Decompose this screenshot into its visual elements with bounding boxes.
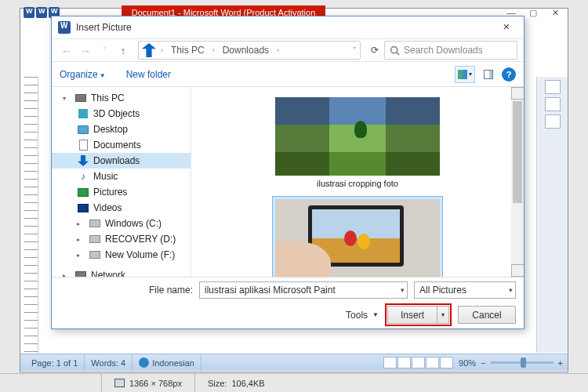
tree-documents[interactable]: Documents — [52, 137, 191, 153]
view-print-layout[interactable] — [383, 357, 397, 368]
zoom-slider[interactable] — [491, 361, 554, 364]
tree-videos[interactable]: Videos — [52, 200, 191, 216]
monitor-icon — [114, 379, 125, 387]
forward-button[interactable]: → — [77, 44, 94, 57]
address-dropdown[interactable]: ˅ — [353, 46, 357, 54]
tree-desktop[interactable]: Desktop — [52, 122, 191, 137]
close-button[interactable]: × — [491, 17, 522, 38]
image-info-footer: 1366 × 768px Size:106,4KB — [0, 373, 588, 392]
up-button[interactable]: ↑ — [114, 45, 132, 56]
insert-split-button[interactable]: ▾ — [437, 306, 449, 324]
svg-line-1 — [397, 52, 399, 54]
dialog-footer: File name: ilustrasi aplikasi Microsoft … — [52, 277, 524, 328]
thumbnail-image — [275, 97, 440, 176]
crumb-this-pc[interactable]: This PC — [168, 45, 208, 56]
word-icon — [58, 21, 71, 34]
tree-3d-objects[interactable]: 3D Objects — [52, 106, 191, 122]
refresh-button[interactable]: ⟳ — [367, 45, 383, 56]
tools-menu[interactable]: Tools▼ — [346, 310, 379, 321]
tree-pictures[interactable]: Pictures — [52, 184, 191, 200]
status-zoom-value[interactable]: 90% — [459, 358, 476, 368]
tree-windows-c[interactable]: ▸Windows (C:) — [52, 216, 191, 231]
address-bar[interactable]: › This PC › Downloads › ˅ — [138, 41, 361, 60]
view-outline[interactable] — [426, 357, 439, 368]
file-thumbnails-area[interactable]: ilustrasi cropping foto ilustrasi aplika… — [191, 87, 524, 277]
organize-menu[interactable]: Organize▼ — [60, 69, 106, 80]
crumb-downloads[interactable]: Downloads — [220, 45, 272, 56]
filename-label: File name: — [60, 285, 193, 296]
folder-tree[interactable]: ▾This PC 3D Objects Desktop Documents Do… — [52, 87, 191, 277]
recent-dropdown[interactable]: ˅ — [96, 46, 113, 54]
status-page[interactable]: Page: 1 of 1 — [25, 354, 85, 371]
insert-button[interactable]: Insert — [387, 306, 437, 324]
insert-picture-dialog: Insert Picture × ← → ˅ ↑ › This PC › Dow… — [51, 16, 524, 329]
chevron-right-icon: › — [211, 46, 216, 54]
help-button[interactable]: ? — [502, 67, 516, 82]
scroll-down-button[interactable]: ▾ — [511, 264, 524, 277]
search-icon — [390, 45, 400, 56]
scroll-thumb[interactable] — [513, 101, 522, 203]
tree-downloads[interactable]: Downloads — [52, 153, 191, 169]
nav-row: ← → ˅ ↑ › This PC › Downloads › ˅ ⟳ Sear… — [52, 38, 524, 62]
tree-network[interactable]: ▸Network — [52, 267, 191, 277]
view-options-button[interactable]: ▾ — [455, 66, 475, 83]
scroll-up-button[interactable]: ▴ — [511, 87, 524, 100]
toolbar: Organize▼ New folder ▾ ? — [52, 62, 524, 87]
chevron-right-icon: › — [159, 46, 165, 54]
filetype-filter[interactable]: All Pictures▾ — [414, 281, 516, 299]
zoom-out-button[interactable]: − — [481, 358, 485, 368]
vertical-ruler — [24, 77, 38, 354]
view-draft[interactable] — [440, 357, 453, 368]
footer-size: Size:106,4KB — [195, 374, 588, 392]
thumbnail-image — [275, 199, 440, 277]
zoom-in-button[interactable]: + — [558, 358, 563, 368]
content-scrollbar[interactable]: ▴ ▾ — [511, 87, 524, 277]
search-input[interactable]: Search Downloads — [384, 41, 517, 60]
view-web-layout[interactable] — [412, 357, 425, 368]
file-caption: ilustrasi cropping foto — [275, 179, 440, 188]
chevron-right-icon: › — [275, 46, 281, 54]
new-folder-button[interactable]: New folder — [126, 69, 171, 80]
this-pc-icon — [142, 43, 156, 57]
file-item-paint[interactable]: ilustrasi aplikasi Microsoft Paint — [272, 196, 443, 277]
tree-this-pc[interactable]: ▾This PC — [52, 90, 191, 106]
tree-recovery-d[interactable]: ▸RECOVERY (D:) — [52, 231, 191, 247]
tree-music[interactable]: ♪Music — [52, 169, 191, 184]
filename-input[interactable]: ilustrasi aplikasi Microsoft Paint▾ — [199, 281, 408, 299]
tree-new-volume-f[interactable]: ▸New Volume (F:) — [52, 247, 191, 263]
dialog-title: Insert Picture — [76, 22, 132, 33]
status-language[interactable]: Indonesian — [132, 354, 201, 371]
dialog-titlebar: Insert Picture × — [52, 16, 524, 38]
insert-highlight: Insert ▾ — [385, 303, 452, 326]
globe-icon — [139, 358, 149, 368]
back-button[interactable]: ← — [58, 44, 75, 57]
preview-pane-button[interactable] — [478, 66, 499, 83]
svg-point-0 — [391, 46, 397, 53]
search-placeholder: Search Downloads — [404, 45, 483, 56]
file-item-cropping[interactable]: ilustrasi cropping foto — [272, 94, 443, 191]
word-status-bar: Page: 1 of 1 Words: 4 Indonesian 90% − + — [20, 354, 568, 371]
cancel-button[interactable]: Cancel — [458, 306, 516, 324]
task-pane — [536, 77, 568, 353]
footer-dimensions: 1366 × 768px — [102, 374, 195, 392]
view-full-screen[interactable] — [397, 357, 411, 368]
status-words[interactable]: Words: 4 — [85, 354, 132, 371]
